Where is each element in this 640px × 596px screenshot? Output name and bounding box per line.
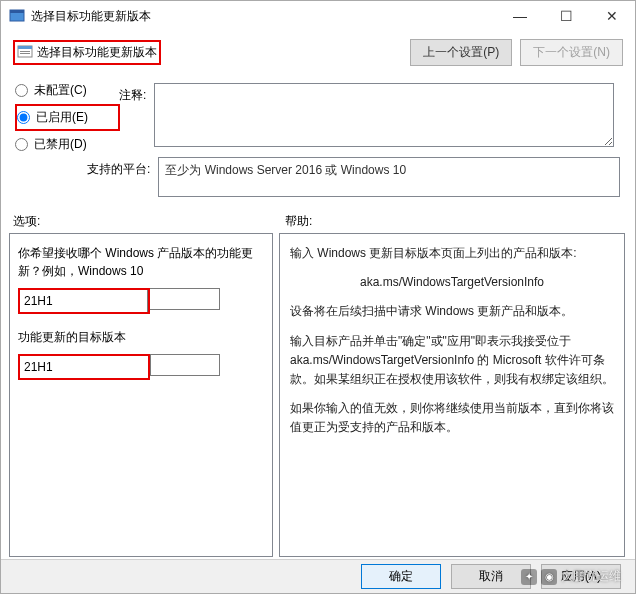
lower-panes: 你希望接收哪个 Windows 产品版本的功能更新？例如，Windows 10 …: [9, 233, 625, 557]
product-question: 你希望接收哪个 Windows 产品版本的功能更新？例如，Windows 10: [18, 244, 264, 280]
help-header: 帮助:: [285, 213, 312, 230]
window-title: 选择目标功能更新版本: [31, 8, 497, 25]
product-version-input-tail[interactable]: [150, 288, 220, 310]
titlebar: 选择目标功能更新版本 — ☐ ✕: [1, 1, 635, 31]
radio-enabled-label: 已启用(E): [36, 109, 88, 126]
svg-rect-5: [20, 53, 30, 54]
platform-row: 支持的平台: 至少为 Windows Server 2016 或 Windows…: [87, 157, 620, 197]
dialog-window: 选择目标功能更新版本 — ☐ ✕ 选择目标功能更新版本 上一个设置(P) 下一个…: [0, 0, 636, 594]
minimize-button[interactable]: —: [497, 1, 543, 31]
help-p2: 设备将在后续扫描中请求 Windows 更新产品和版本。: [290, 302, 614, 321]
highlighted-enabled-box: 已启用(E): [15, 104, 120, 131]
platform-value: 至少为 Windows Server 2016 或 Windows 10: [165, 163, 406, 177]
platform-value-box: 至少为 Windows Server 2016 或 Windows 10: [158, 157, 620, 197]
window-controls: — ☐ ✕: [497, 1, 635, 31]
svg-rect-1: [10, 10, 24, 13]
watermark-icon: ✦: [521, 569, 537, 585]
next-setting-button: 下一个设置(N): [520, 39, 623, 66]
radio-enabled-input[interactable]: [17, 111, 30, 124]
target-version-input-tail[interactable]: [150, 354, 220, 376]
svg-rect-3: [18, 46, 32, 49]
radio-enabled[interactable]: 已启用(E): [17, 107, 88, 128]
target-version-label: 功能更新的目标版本: [18, 328, 264, 346]
maximize-button[interactable]: ☐: [543, 1, 589, 31]
help-p1: 输入 Windows 更新目标版本页面上列出的产品和版本:: [290, 244, 614, 263]
radio-disabled-input[interactable]: [15, 138, 28, 151]
watermark: ✦ ◉ 大鹏说运维: [521, 568, 621, 585]
close-button[interactable]: ✕: [589, 1, 635, 31]
comment-label: 注释:: [119, 83, 146, 104]
platform-label: 支持的平台:: [87, 157, 150, 178]
help-p3: 输入目标产品并单击"确定"或"应用"即表示我接受位于 aka.ms/Window…: [290, 332, 614, 390]
comment-row: 注释:: [119, 83, 614, 147]
cancel-button[interactable]: 取消: [451, 564, 531, 589]
previous-setting-button[interactable]: 上一个设置(P): [410, 39, 512, 66]
ok-button[interactable]: 确定: [361, 564, 441, 589]
watermark-text: 大鹏说运维: [561, 568, 621, 585]
watermark-avatar-icon: ◉: [541, 569, 557, 585]
topbar: 选择目标功能更新版本 上一个设置(P) 下一个设置(N): [1, 31, 635, 73]
comment-textarea[interactable]: [154, 83, 614, 147]
policy-icon: [17, 44, 33, 60]
help-link: aka.ms/WindowsTargetVersionInfo: [290, 273, 614, 292]
svg-rect-4: [20, 51, 30, 52]
policy-title: 选择目标功能更新版本: [37, 44, 157, 61]
help-p4: 如果你输入的值无效，则你将继续使用当前版本，直到你将该值更正为受支持的产品和版本…: [290, 399, 614, 437]
radio-not-configured-input[interactable]: [15, 84, 28, 97]
app-icon: [9, 8, 25, 24]
product-version-input[interactable]: [20, 290, 148, 312]
help-pane: 输入 Windows 更新目标版本页面上列出的产品和版本: aka.ms/Win…: [279, 233, 625, 557]
options-header: 选项:: [13, 213, 40, 230]
highlighted-title-box: 选择目标功能更新版本: [13, 40, 161, 65]
options-pane: 你希望接收哪个 Windows 产品版本的功能更新？例如，Windows 10 …: [9, 233, 273, 557]
radio-not-configured-label: 未配置(C): [34, 82, 87, 99]
radio-disabled-label: 已禁用(D): [34, 136, 87, 153]
target-version-input[interactable]: [20, 356, 148, 378]
